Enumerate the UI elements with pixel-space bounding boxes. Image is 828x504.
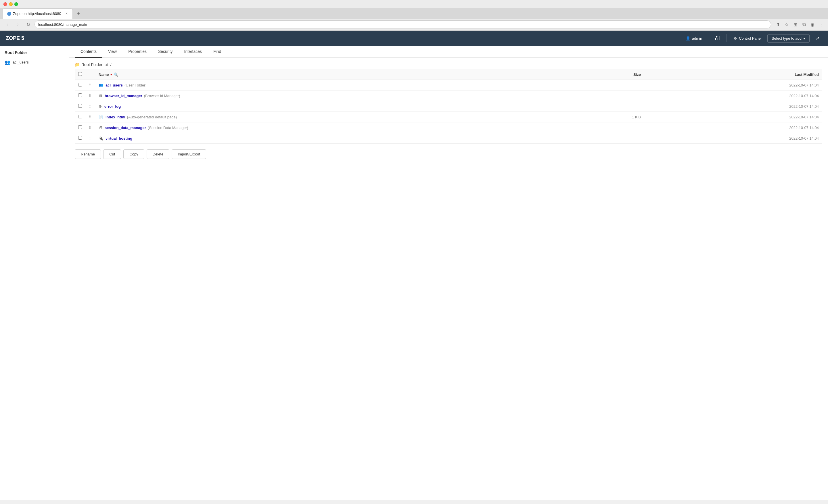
reload-button[interactable]: ↻ bbox=[24, 20, 32, 29]
row-drag-handle: ⠿ bbox=[85, 112, 95, 123]
import-export-button[interactable]: Import/Export bbox=[172, 149, 206, 159]
file-name-link[interactable]: index_html bbox=[106, 115, 125, 119]
new-tab-button[interactable]: + bbox=[75, 10, 82, 17]
bookmark-icon[interactable]: ☆ bbox=[783, 21, 790, 28]
header-divider-2 bbox=[727, 34, 727, 42]
tab-find[interactable]: Find bbox=[208, 46, 227, 58]
share-icon[interactable]: ⬆ bbox=[775, 21, 781, 28]
breadcrumb: 📁 Root Folder at / bbox=[69, 58, 828, 69]
name-search-icon[interactable]: 🔍 bbox=[114, 73, 118, 77]
delete-button[interactable]: Delete bbox=[147, 149, 170, 159]
last-modified-column-header: Last Modified bbox=[644, 69, 822, 80]
select-type-button[interactable]: Select type to add ▾ bbox=[767, 34, 810, 43]
tab-security[interactable]: Security bbox=[152, 46, 178, 58]
row-size-cell bbox=[567, 91, 644, 101]
main-content: Contents View Properties Security Interf… bbox=[69, 46, 828, 500]
browser-tab-bar: Zope on http://localhost:8080 ✕ + bbox=[0, 8, 828, 19]
close-dot[interactable] bbox=[3, 2, 7, 6]
sitemap-button[interactable]: ⛙ bbox=[713, 33, 723, 43]
extensions-icon[interactable]: ⊞ bbox=[792, 21, 799, 28]
table-row: ⠿ 👥 acl_users (User Folder) 2022-10-07 1… bbox=[75, 80, 822, 91]
breadcrumb-at: at bbox=[105, 62, 108, 67]
rename-button[interactable]: Rename bbox=[75, 149, 101, 159]
row-name-cell: 🖥 browser_id_manager (Browser Id Manager… bbox=[95, 91, 567, 101]
drag-handle-header bbox=[85, 69, 95, 80]
row-name-cell: 📄 index_html (Auto-generated default pag… bbox=[95, 112, 567, 123]
header-divider bbox=[709, 34, 709, 42]
row-last-modified-cell: 2022-10-07 14:04 bbox=[644, 112, 822, 123]
sidebar-item-label: acl_users bbox=[13, 60, 29, 64]
row-checkbox-cell bbox=[75, 101, 85, 112]
tab-favicon bbox=[7, 12, 11, 16]
file-name-link[interactable]: acl_users bbox=[106, 83, 123, 87]
file-name-link[interactable]: browser_id_manager bbox=[105, 94, 142, 98]
row-size-cell bbox=[567, 101, 644, 112]
tab-interfaces[interactable]: Interfaces bbox=[178, 46, 208, 58]
profile-icon[interactable]: ◉ bbox=[809, 21, 816, 28]
select-type-label: Select type to add bbox=[772, 36, 801, 41]
row-last-modified-cell: 2022-10-07 14:04 bbox=[644, 123, 822, 133]
row-drag-handle: ⠿ bbox=[85, 91, 95, 101]
export-button[interactable]: ↗ bbox=[812, 33, 822, 43]
users-icon: 👥 bbox=[5, 59, 10, 65]
cut-button[interactable]: Cut bbox=[103, 149, 121, 159]
header-right: 👤 admin ⛙ ⚙ Control Panel Select type to… bbox=[682, 33, 822, 43]
table-container: Name ▾ 🔍 Size Last Modified bbox=[69, 69, 828, 144]
file-type: (Session Data Manager) bbox=[148, 126, 188, 130]
browser-nav-bar: ‹ › ↻ localhost:8080/manage_main ⬆ ☆ ⊞ ⧉… bbox=[0, 19, 828, 31]
row-icon: ⏱ bbox=[98, 126, 102, 130]
table-row: ⠿ 🖥 browser_id_manager (Browser Id Manag… bbox=[75, 91, 822, 101]
action-bar: Rename Cut Copy Delete Import/Export bbox=[69, 144, 828, 165]
size-column-header: Size bbox=[567, 69, 644, 80]
sort-arrow-icon: ▾ bbox=[111, 73, 112, 76]
row-checkbox[interactable] bbox=[78, 114, 82, 119]
table-row: ⠿ 🔌 virtual_hosting 2022-10-07 14:04 bbox=[75, 133, 822, 144]
name-column-header[interactable]: Name ▾ 🔍 bbox=[95, 69, 567, 80]
row-size-cell bbox=[567, 133, 644, 144]
row-icon: 📄 bbox=[98, 115, 103, 119]
select-all-checkbox[interactable] bbox=[78, 72, 82, 76]
tab-properties[interactable]: Properties bbox=[122, 46, 152, 58]
file-name-link[interactable]: session_data_manager bbox=[105, 126, 146, 130]
file-name-link[interactable]: virtual_hosting bbox=[106, 136, 132, 140]
minimize-dot[interactable] bbox=[9, 2, 13, 6]
app-logo: ZOPE 5 bbox=[6, 35, 24, 41]
tab-close-button[interactable]: ✕ bbox=[65, 12, 68, 15]
back-button[interactable]: ‹ bbox=[3, 20, 11, 29]
browser-nav-icons: ⬆ ☆ ⊞ ⧉ ◉ ⋮ bbox=[775, 21, 825, 28]
row-icon: 👥 bbox=[98, 83, 103, 87]
menu-icon[interactable]: ⋮ bbox=[818, 21, 825, 28]
sidebar: Root Folder 👥 acl_users bbox=[0, 46, 69, 500]
maximize-dot[interactable] bbox=[14, 2, 18, 6]
row-checkbox[interactable] bbox=[78, 136, 82, 140]
row-checkbox-cell bbox=[75, 123, 85, 133]
chevron-down-icon: ▾ bbox=[803, 36, 805, 41]
row-checkbox[interactable] bbox=[78, 83, 82, 87]
forward-button[interactable]: › bbox=[14, 20, 22, 29]
row-icon: 🔌 bbox=[98, 136, 103, 140]
row-checkbox[interactable] bbox=[78, 125, 82, 129]
copy-button[interactable]: Copy bbox=[123, 149, 144, 159]
row-last-modified-cell: 2022-10-07 14:04 bbox=[644, 91, 822, 101]
row-checkbox-cell bbox=[75, 80, 85, 91]
address-bar[interactable]: localhost:8080/manage_main bbox=[35, 20, 771, 29]
row-name-cell: ⚙ error_log bbox=[95, 101, 567, 112]
tab-view[interactable]: View bbox=[102, 46, 122, 58]
table-row: ⠿ 📄 index_html (Auto-generated default p… bbox=[75, 112, 822, 123]
file-name-link[interactable]: error_log bbox=[105, 104, 121, 108]
name-header-content: Name ▾ 🔍 bbox=[98, 73, 564, 77]
sidebar-item-acl-users[interactable]: 👥 acl_users bbox=[5, 58, 64, 66]
browser-tab[interactable]: Zope on http://localhost:8080 ✕ bbox=[2, 8, 73, 19]
split-view-icon[interactable]: ⧉ bbox=[800, 21, 807, 28]
file-type: (Auto-generated default page) bbox=[127, 115, 177, 119]
select-all-header bbox=[75, 69, 85, 80]
app-body: Root Folder 👥 acl_users Contents View Pr… bbox=[0, 46, 828, 500]
name-cell-content: ⏱ session_data_manager (Session Data Man… bbox=[98, 126, 564, 130]
row-checkbox[interactable] bbox=[78, 104, 82, 108]
row-drag-handle: ⠿ bbox=[85, 80, 95, 91]
row-checkbox[interactable] bbox=[78, 93, 82, 97]
tab-contents[interactable]: Contents bbox=[75, 46, 102, 58]
breadcrumb-folder-icon: 📁 bbox=[75, 62, 80, 67]
control-panel-button[interactable]: ⚙ Control Panel bbox=[730, 35, 765, 42]
admin-button[interactable]: 👤 admin bbox=[682, 35, 706, 42]
